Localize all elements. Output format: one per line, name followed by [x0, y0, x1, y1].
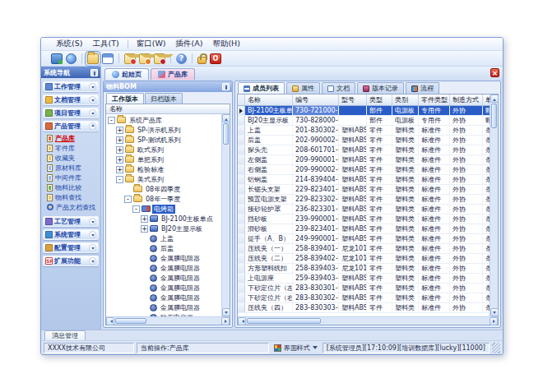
tree-item[interactable]: +欧式系列	[106, 145, 221, 154]
table-row[interactable]: 滑砂板239-823401-00X塑料ABS零件塑料类标准件外协条	[238, 224, 490, 234]
column-header-编号[interactable]: 编号	[293, 95, 339, 105]
scroll-right-icon[interactable]	[490, 317, 498, 325]
grid-horizontal-scrollbar[interactable]	[238, 316, 498, 325]
tree-item[interactable]: 08年四季度	[106, 184, 221, 194]
sidebar-item-收藏夹[interactable]: 收藏夹	[47, 153, 99, 163]
tab-message-management[interactable]: 消息管理	[44, 330, 86, 340]
column-header-制造方式[interactable]: 制造方式	[450, 95, 483, 105]
table-row[interactable]: 压线夹（一）258-839401-00X尼龙1010零件塑料类标准件外协条	[238, 244, 490, 254]
expand-icon[interactable]: +	[141, 225, 148, 233]
grid-vertical-scrollbar[interactable]	[490, 95, 498, 316]
tab-工作版本[interactable]: 工作版本	[106, 93, 144, 104]
table-row[interactable]: 右侧盖209-990002-01X塑料ABS零件塑料类标准件外协条	[238, 165, 490, 175]
table-row[interactable]: BJ-2100主板单点730-721000-12X部件电源板专用件外协颗	[238, 106, 490, 116]
table-row[interactable]: 提手（A、B）249-990001-01X塑料ABS零件塑料类标准件外协条	[238, 234, 490, 244]
sidebar-group-系统管理[interactable]: 系统管理	[43, 229, 99, 240]
table-row[interactable]: 方形塑料线扣258-839403-00X尼龙1010零件塑料类标准件外协条	[238, 264, 490, 274]
sidebar-item-零件库[interactable]: 零件库	[47, 143, 99, 153]
sidebar-item-产品库[interactable]: 产品库	[47, 133, 99, 143]
scrollbar-track[interactable]	[222, 145, 230, 308]
tree-column-header[interactable]: 名称	[106, 104, 230, 114]
chevron-down-icon[interactable]	[89, 96, 96, 104]
chevron-down-icon[interactable]	[89, 218, 96, 225]
table-row[interactable]: 压线夹（二）258-839402-00X尼龙1010零件塑料类标准件外协条	[238, 254, 490, 264]
scroll-up-icon[interactable]	[490, 95, 499, 103]
chevron-down-icon[interactable]	[89, 244, 96, 251]
chevron-down-icon[interactable]	[89, 109, 96, 117]
menu-item[interactable]: 工具(T)	[87, 38, 123, 50]
collapse-icon[interactable]: -	[124, 196, 132, 203]
menu-item[interactable]: 系统(S)	[51, 38, 87, 50]
sidebar-group-项目管理[interactable]: 项目管理	[43, 108, 99, 118]
sidebar-group-文档管理[interactable]: 文档管理	[43, 95, 99, 105]
tab-close-icon[interactable]: ×	[490, 68, 499, 77]
column-header-类型[interactable]: 类型	[367, 95, 392, 105]
table-row[interactable]: BJ20主显示板730-828000-04X部件电源板专用件外协颗	[238, 116, 490, 126]
menu-item[interactable]: 窗口(W)	[132, 38, 171, 50]
expand-icon[interactable]: +	[116, 136, 123, 144]
expand-icon[interactable]: +	[141, 215, 148, 223]
menu-item[interactable]: 插件(A)	[170, 38, 207, 50]
interface-style-dropdown[interactable]: 界面样式	[272, 344, 320, 353]
tree-item[interactable]: +BJ-2100主板单点	[106, 214, 221, 224]
table-row[interactable]: 下砂定位片（右）283-830302-00X塑料ABS零件塑料类标准件外协条	[238, 293, 490, 303]
lock-icon[interactable]	[197, 57, 207, 64]
tree-item[interactable]: -电烤箱	[106, 204, 221, 214]
scroll-down-icon[interactable]	[490, 308, 499, 316]
browser-icon[interactable]	[66, 53, 77, 64]
tree-horizontal-scrollbar[interactable]	[106, 316, 230, 325]
table-row[interactable]: 探头壳208-601701-01X塑料ABS零件塑料类标准件外协条	[238, 145, 490, 155]
sidebar-item-原材料库[interactable]: 原材料库	[47, 163, 99, 173]
table-row[interactable]: 铝钢盖214-839404-01X塑料ABS零件塑料类标准件外协条	[238, 175, 490, 185]
table-row[interactable]: 压线夹（四）283-830303-00X塑料ABS零件塑料类标准件外协条	[238, 303, 490, 313]
tree-item[interactable]: -美式系列	[106, 174, 221, 184]
scroll-left-icon[interactable]	[238, 317, 246, 325]
tree-item[interactable]: 后盖	[106, 243, 221, 253]
new-message-icon[interactable]	[124, 53, 136, 64]
pin-icon[interactable]	[90, 69, 98, 76]
exit-icon[interactable]: O	[210, 53, 221, 64]
tree-item[interactable]: 金属膜电阻器	[106, 283, 221, 293]
window-layout-icon[interactable]	[102, 53, 114, 64]
scroll-right-icon[interactable]	[221, 317, 230, 325]
tree-item[interactable]: +BJ20主显示板	[106, 224, 221, 233]
column-header-名称[interactable]: 名称	[245, 95, 293, 105]
scroll-left-icon[interactable]	[106, 317, 114, 325]
sidebar-group-工作管理[interactable]: 工作管理	[43, 81, 99, 92]
tab-active-doc[interactable]: 产品库	[151, 68, 195, 80]
expand-icon[interactable]: +	[116, 156, 123, 164]
sidebar-group-扩展功能[interactable]: SP扩展功能	[43, 256, 99, 266]
scrollbar-thumb[interactable]	[491, 104, 497, 128]
scrollbar-thumb[interactable]	[223, 123, 229, 145]
column-header-单位[interactable]: 单位	[483, 95, 490, 105]
tree-vertical-scrollbar[interactable]	[221, 114, 230, 316]
chevron-down-icon[interactable]	[89, 257, 96, 265]
scroll-down-icon[interactable]	[222, 308, 230, 316]
sidebar-item-物料比较[interactable]: 物料比较	[47, 182, 99, 192]
open-message-icon[interactable]	[139, 53, 151, 64]
tab-doc[interactable]: 起始页	[104, 68, 149, 80]
expand-icon[interactable]: +	[116, 127, 123, 134]
resize-grip[interactable]	[492, 343, 500, 353]
column-header-零件类型[interactable]: 零件类型	[419, 95, 450, 105]
chevron-down-icon[interactable]	[89, 231, 96, 238]
table-row[interactable]: 下砂定位片（左）283-830301-00X塑料ABS零件塑料类标准件外协条	[238, 284, 490, 293]
tab-成员列表[interactable]: 成员列表	[238, 82, 285, 94]
collapse-icon[interactable]: -	[132, 205, 140, 213]
tree-item[interactable]: 金属膜电阻器	[106, 302, 221, 312]
table-row[interactable]: 预置电源支架229-823302-00X塑料ABS零件塑料类标准件外协条	[238, 195, 490, 205]
tab-属性[interactable]: 属性	[286, 82, 320, 94]
tab-流程[interactable]: 流程	[406, 82, 439, 94]
open-library-icon[interactable]	[87, 53, 99, 64]
sidebar-item-中间件库[interactable]: 中间件库	[47, 173, 99, 182]
table-row[interactable]: 接砂轮护罩236-823301-00X塑料ABS零件塑料类标准件外协条	[238, 205, 490, 214]
expand-icon[interactable]: +	[116, 146, 123, 154]
tree-item[interactable]: 上盖	[106, 233, 221, 243]
tab-版本记录[interactable]: 版本记录	[357, 82, 404, 94]
tree-item[interactable]: +SP-测试机系列	[106, 135, 221, 145]
scrollbar-track[interactable]	[147, 317, 221, 325]
table-row[interactable]: 挡砂板239-990001-01X塑料ABS零件塑料类标准件外协条	[238, 214, 490, 224]
scroll-up-icon[interactable]	[222, 114, 230, 122]
scrollbar-thumb[interactable]	[115, 318, 146, 324]
system-icon[interactable]	[51, 53, 63, 64]
